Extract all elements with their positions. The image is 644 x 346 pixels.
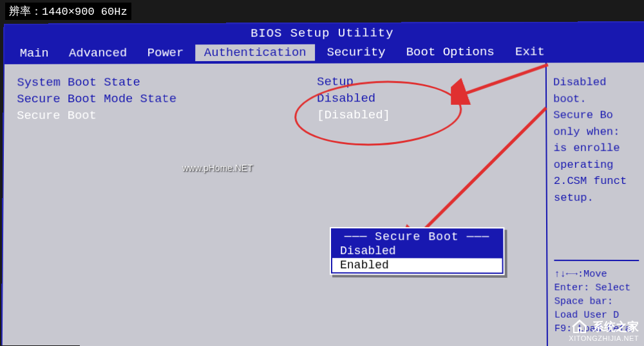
setting-label: Secure Boot	[17, 108, 317, 123]
bios-main-area: System Boot State Setup Secure Boot Mode…	[3, 62, 644, 346]
monitor-resolution-label: 辨率：1440×900 60Hz	[5, 3, 131, 20]
bios-screen: BIOS Setup Utility Main Advanced Power A…	[1, 21, 644, 346]
secure-boot-popup: Secure Boot Disabled Enabled	[330, 227, 505, 275]
menu-exit[interactable]: Exit	[506, 44, 554, 60]
bios-title: BIOS Setup Utility	[5, 23, 644, 42]
setting-label: System Boot State	[17, 75, 317, 89]
menu-main[interactable]: Main	[11, 45, 58, 62]
help-footer: ↑↓←→:Move Enter: Select Space bar: Load …	[554, 260, 639, 336]
svg-line-3	[413, 108, 547, 241]
menu-security[interactable]: Security	[318, 44, 395, 60]
setting-value: Disabled	[317, 91, 375, 105]
watermark-phome: www.pHome.NET	[182, 163, 253, 173]
menu-boot-options[interactable]: Boot Options	[397, 44, 504, 60]
setting-value: Setup	[317, 75, 354, 89]
popup-option-enabled[interactable]: Enabled	[332, 258, 502, 273]
setting-secure-boot-mode-state: Secure Boot Mode State Disabled	[17, 91, 533, 106]
menu-power[interactable]: Power	[138, 44, 193, 61]
help-text: Disabled boot. Secure Bo only when: is e…	[553, 74, 639, 260]
setting-value: [Disabled]	[317, 108, 390, 122]
bios-menu-bar: Main Advanced Power Authentication Secur…	[5, 41, 644, 64]
bios-help-pane: Disabled boot. Secure Bo only when: is e…	[547, 62, 644, 346]
bios-content-pane: System Boot State Setup Secure Boot Mode…	[3, 63, 548, 346]
popup-option-disabled[interactable]: Disabled	[332, 244, 502, 259]
setting-secure-boot[interactable]: Secure Boot [Disabled]	[17, 108, 533, 123]
menu-authentication[interactable]: Authentication	[195, 44, 316, 61]
popup-title: Secure Boot	[332, 230, 502, 244]
menu-advanced[interactable]: Advanced	[60, 45, 136, 62]
setting-system-boot-state: System Boot State Setup	[17, 75, 532, 90]
setting-label: Secure Boot Mode State	[17, 91, 317, 106]
